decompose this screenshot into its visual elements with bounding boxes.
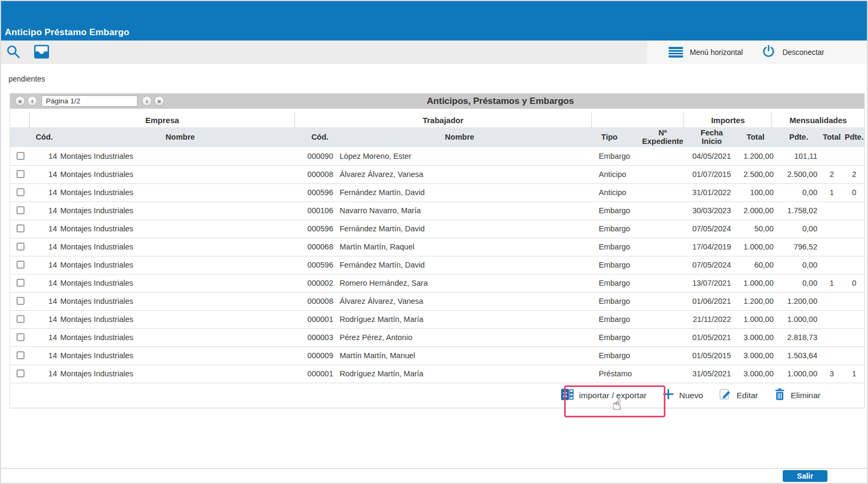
row-select-cell — [10, 365, 31, 383]
group-spacer — [10, 112, 30, 127]
page-input[interactable] — [42, 95, 138, 107]
mensualidades-pdte-cell — [843, 328, 865, 346]
table-header-row: Cód. Nombre Cód. Nombre Tipo Nº Expedien… — [10, 128, 865, 147]
hamburger-icon — [669, 47, 683, 58]
trabajador-nombre-cell: Rodríguez Martín, María — [336, 310, 583, 328]
mensualidades-total-cell: 3 — [821, 365, 843, 383]
trabajador-cod-cell: 000596 — [303, 183, 336, 201]
importe-pdte-cell: 2.500,00 — [777, 165, 821, 183]
row-checkbox[interactable] — [17, 297, 25, 305]
row-checkbox[interactable] — [17, 152, 25, 160]
trabajador-nombre-cell: Pérez Pérez, Antonio — [336, 328, 583, 346]
table-row[interactable]: 14 Montajes Industriales 000090 López Mo… — [10, 147, 865, 165]
trabajador-nombre-cell: Rodríguez Martín, María — [336, 365, 583, 383]
table-row[interactable]: 14 Montajes Industriales 000068 Martín M… — [10, 238, 865, 256]
excel-icon: X — [561, 389, 574, 402]
row-checkbox[interactable] — [17, 243, 25, 251]
row-select-cell — [10, 328, 31, 346]
disconnect-button[interactable]: Desconectar — [762, 45, 824, 60]
expediente-cell — [636, 256, 689, 274]
fecha-inicio-cell: 30/03/2023 — [689, 201, 734, 220]
column-group-header: Empresa Trabajador Importes Mensualidade… — [10, 112, 864, 128]
row-select-cell — [10, 183, 31, 201]
empresa-cod-cell: 14 — [31, 147, 57, 165]
import-export-label: importar / exportar — [579, 391, 647, 400]
row-checkbox[interactable] — [17, 279, 25, 287]
table-row[interactable]: 14 Montajes Industriales 000002 Romero H… — [10, 274, 865, 292]
expediente-cell — [636, 365, 689, 383]
trabajador-cod-header: Cód. — [303, 128, 336, 147]
row-checkbox[interactable] — [17, 315, 25, 323]
empresa-nombre-cell: Montajes Industriales — [57, 220, 303, 238]
tipo-cell: Embargo — [583, 147, 636, 165]
table-row[interactable]: 14 Montajes Industriales 000106 Navarro … — [10, 201, 865, 220]
expediente-cell — [636, 220, 689, 238]
empresa-cod-cell: 14 — [31, 183, 57, 201]
mensualidades-total-cell: 2 — [821, 165, 843, 183]
row-checkbox[interactable] — [17, 224, 25, 232]
prev-page-button[interactable]: ‹ — [27, 96, 37, 106]
fecha-inicio-cell: 17/04/2019 — [689, 238, 734, 256]
empresa-cod-cell: 14 — [31, 238, 57, 256]
row-select-cell — [10, 346, 31, 365]
table-row[interactable]: 14 Montajes Industriales 000001 Rodrígue… — [10, 365, 865, 383]
table-row[interactable]: 14 Montajes Industriales 000596 Fernánde… — [10, 220, 865, 238]
row-checkbox[interactable] — [17, 333, 25, 341]
import-export-button[interactable]: X importar / exportar — [561, 389, 647, 402]
table-row[interactable]: 14 Montajes Industriales 000008 Álvarez … — [10, 292, 865, 310]
delete-button[interactable]: Eliminar — [774, 388, 821, 402]
trabajador-nombre-cell: Romero Hernández, Sara — [336, 274, 583, 292]
row-checkbox[interactable] — [17, 261, 25, 269]
first-page-button[interactable]: « — [15, 96, 25, 106]
last-page-button[interactable]: » — [154, 96, 164, 106]
expediente-cell — [636, 238, 689, 256]
importe-total-cell: 2.500,00 — [734, 165, 777, 183]
tipo-cell: Embargo — [583, 292, 636, 310]
mensualidades-pdte-header: Pdte. — [843, 128, 865, 147]
next-page-button[interactable]: › — [142, 96, 152, 106]
row-checkbox[interactable] — [17, 170, 25, 178]
importe-total-cell: 1.200,00 — [734, 292, 777, 310]
importe-total-cell: 1.000,00 — [734, 238, 777, 256]
table-row[interactable]: 14 Montajes Industriales 000009 Martín M… — [10, 346, 865, 365]
row-checkbox[interactable] — [17, 188, 25, 196]
table-row[interactable]: 14 Montajes Industriales 000596 Fernánde… — [10, 183, 865, 201]
table-row[interactable]: 14 Montajes Industriales 000001 Rodrígue… — [10, 310, 865, 328]
row-select-cell — [10, 220, 31, 238]
new-button[interactable]: Nuevo — [663, 389, 703, 402]
trabajador-cod-cell: 000068 — [303, 238, 336, 256]
importe-total-cell: 1.200,00 — [734, 147, 777, 165]
trabajador-cod-cell: 000008 — [303, 165, 336, 183]
empresa-nombre-cell: Montajes Industriales — [57, 346, 303, 365]
horizontal-menu-button[interactable]: Menú horizontal — [669, 47, 743, 58]
importe-pdte-cell: 101,11 — [777, 147, 821, 165]
expediente-cell — [636, 274, 689, 292]
mensualidades-total-cell — [821, 201, 843, 220]
mensualidades-pdte-cell — [843, 310, 865, 328]
trabajador-cod-cell: 000008 — [303, 292, 336, 310]
mensualidades-total-cell: 1 — [821, 274, 843, 292]
row-checkbox[interactable] — [17, 351, 25, 359]
pagination: « ‹ › » — [15, 95, 164, 107]
group-empresa: Empresa — [30, 112, 295, 127]
edit-label: Editar — [737, 391, 759, 400]
trabajador-nombre-cell: Álvarez Álvarez, Vanesa — [336, 165, 583, 183]
table-row[interactable]: 14 Montajes Industriales 000008 Álvarez … — [10, 165, 865, 183]
trabajador-nombre-cell: Fernández Martín, David — [336, 183, 583, 201]
tipo-cell: Embargo — [583, 274, 636, 292]
empresa-nombre-cell: Montajes Industriales — [57, 183, 303, 201]
salir-button[interactable]: Salir — [783, 470, 827, 482]
search-button[interactable] — [6, 44, 20, 60]
mensualidades-pdte-cell — [843, 147, 865, 165]
table-row[interactable]: 14 Montajes Industriales 000003 Pérez Pé… — [10, 328, 865, 346]
fecha-inicio-cell: 13/07/2021 — [689, 274, 734, 292]
inbox-button[interactable] — [34, 45, 49, 60]
row-checkbox[interactable] — [17, 369, 25, 377]
row-select-cell — [10, 292, 31, 310]
toolbar-right: Menú horizontal Desconectar — [647, 41, 867, 64]
trash-icon — [774, 388, 785, 402]
edit-button[interactable]: Editar — [719, 388, 759, 402]
table-row[interactable]: 14 Montajes Industriales 000596 Fernánde… — [10, 256, 865, 274]
row-checkbox[interactable] — [17, 206, 25, 214]
importe-pdte-cell: 0,00 — [777, 256, 821, 274]
